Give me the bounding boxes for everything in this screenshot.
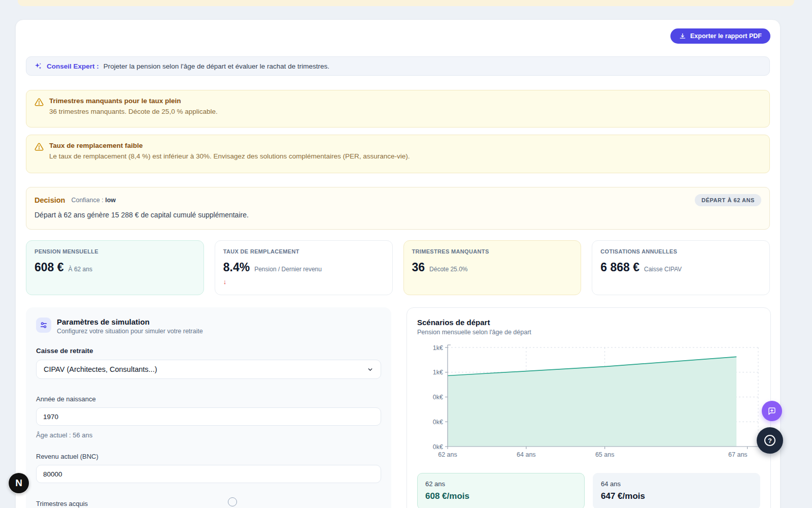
decision-body: Départ à 62 ans génère 15 288 € de capit… [35, 211, 761, 219]
report-card: Exporter le rapport PDF Conseil Expert :… [15, 19, 781, 508]
caisse-label: Caisse de retraite [36, 347, 381, 355]
chevron-down-icon [367, 366, 374, 373]
advice-text: Projeter la pension selon l'âge de dépar… [104, 62, 329, 70]
kpi-pension-mensuelle: PENSION MENSUELLE 608 € À 62 ans [26, 240, 204, 295]
kpi-sub: Caisse CIPAV [644, 266, 682, 273]
departure-scenarios-card: Scénarios de départ Pension mensuelle se… [407, 307, 771, 508]
alert-body: 36 trimestres manquants. Décote de 25,0 … [49, 108, 218, 115]
alert-title: Taux de remplacement faible [49, 142, 410, 149]
kpi-sub: Décote 25.0% [429, 266, 467, 273]
kpi-trimestres-manquants: TRIMESTRES MANQUANTS 36 Décote 25.0% [403, 240, 582, 295]
kpi-value: 6 868 € [600, 261, 639, 274]
export-pdf-button[interactable]: Exporter le rapport PDF [670, 28, 770, 44]
scenario-value: 608 €/mois [425, 491, 577, 501]
alert-title: Trimestres manquants pour le taux plein [49, 97, 218, 105]
decision-panel: Decision Confiance : low DÉPART À 62 ANS… [26, 187, 770, 230]
caisse-selected-value: CIPAV (Architectes, Consultants...) [44, 365, 367, 373]
decision-confidence-value: low [105, 197, 116, 204]
simulation-params-panel: Paramètres de simulation Configurez votr… [26, 307, 391, 508]
feedback-chat-plus-icon [767, 406, 776, 416]
svg-text:0k€: 0k€ [433, 443, 443, 451]
kpi-value: 36 [412, 261, 425, 274]
svg-text:64 ans: 64 ans [517, 451, 536, 458]
quarters-info-icon[interactable] [228, 497, 237, 506]
kpi-sub: Pension / Dernier revenu [254, 266, 322, 273]
sparkles-icon [34, 62, 42, 70]
trend-down-arrow: ↓ [223, 278, 384, 285]
income-input[interactable] [36, 465, 381, 483]
svg-text:62 ans: 62 ans [438, 451, 457, 458]
scenario-age: 62 ans [425, 480, 577, 488]
warning-triangle-icon [35, 98, 44, 107]
scenario-value: 647 €/mois [601, 491, 752, 501]
kpi-sub: À 62 ans [69, 266, 92, 273]
svg-text:0k€: 0k€ [433, 419, 443, 426]
scenario-card-62[interactable]: 62 ans 608 €/mois [417, 473, 585, 508]
clipped-banner-edge [18, 0, 794, 6]
help-fab-button[interactable]: ? [757, 427, 783, 454]
decision-badge: DÉPART À 62 ANS [695, 194, 761, 206]
kpi-row: PENSION MENSUELLE 608 € À 62 ans TAUX DE… [26, 240, 770, 295]
kpi-cotisations-annuelles: COTISATIONS ANNUELLES 6 868 € Caisse CIP… [592, 240, 770, 295]
params-subtitle: Configurez votre situation pour simuler … [57, 328, 203, 335]
kpi-value: 8.4% [223, 261, 250, 274]
svg-text:1k€: 1k€ [433, 369, 443, 376]
alert-low-replacement-rate: Taux de remplacement faible Le taux de r… [26, 135, 770, 173]
svg-text:67 ans: 67 ans [728, 451, 748, 458]
svg-text:1k€: 1k€ [433, 344, 443, 352]
kpi-label: COTISATIONS ANNUELLES [600, 248, 761, 255]
warning-triangle-icon [35, 142, 44, 151]
feedback-fab-button[interactable] [762, 401, 782, 421]
sliders-icon [40, 321, 48, 329]
chart-title: Scénarios de départ [417, 318, 760, 327]
params-title: Paramètres de simulation [57, 318, 203, 326]
params-icon-box [36, 318, 51, 333]
pension-dashboard-page: Exporter le rapport PDF Conseil Expert :… [0, 0, 812, 508]
kpi-label: TAUX DE REMPLACEMENT [223, 248, 384, 255]
alert-body: Le taux de remplacement (8,4 %) est infé… [49, 152, 410, 160]
help-question-icon: ? [764, 435, 775, 446]
export-pdf-label: Exporter le rapport PDF [690, 33, 762, 40]
chart-subtitle: Pension mensuelle selon l'âge de départ [417, 329, 760, 336]
decision-title: Decision [35, 196, 65, 204]
scenario-area-chart: 0k€0k€0k€1k€1k€62 ans64 ans65 ans67 ans [417, 343, 761, 461]
download-icon [679, 33, 686, 40]
kpi-label: TRIMESTRES MANQUANTS [412, 248, 573, 255]
alert-missing-quarters: Trimestres manquants pour le taux plein … [26, 90, 770, 128]
scenario-card-64[interactable]: 64 ans 647 €/mois [593, 473, 760, 508]
svg-text:0k€: 0k€ [433, 394, 443, 401]
birth-year-input[interactable] [36, 407, 381, 426]
scenario-age: 64 ans [601, 480, 752, 488]
income-label: Revenu actuel (BNC) [36, 453, 381, 460]
decision-confidence: Confiance : low [71, 197, 116, 204]
quarters-label: Trimestres acquis [36, 500, 381, 507]
kpi-label: PENSION MENSUELLE [35, 248, 195, 255]
kpi-taux-remplacement: TAUX DE REMPLACEMENT 8.4% Pension / Dern… [215, 240, 393, 295]
current-age-helper: Âge actuel : 56 ans [36, 431, 381, 439]
expert-advice-banner: Conseil Expert : Projeter la pension sel… [26, 56, 770, 76]
kpi-value: 608 € [35, 261, 64, 274]
birth-year-label: Année de naissance [36, 395, 381, 403]
caisse-select[interactable]: CIPAV (Architectes, Consultants...) [36, 360, 381, 379]
scenario-cards: 62 ans 608 €/mois 64 ans 647 €/mois [417, 473, 760, 508]
svg-text:65 ans: 65 ans [595, 451, 615, 458]
advice-prefix: Conseil Expert : [47, 62, 99, 70]
dev-overlay-badge[interactable]: N [9, 473, 29, 493]
